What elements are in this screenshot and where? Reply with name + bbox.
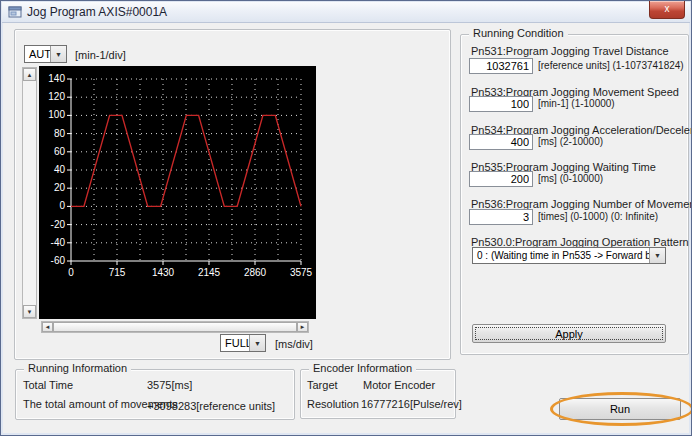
svg-text:0: 0 — [59, 200, 65, 211]
pn533-unit: [min-1] (1-10000) — [538, 98, 615, 109]
apply-button-label: Apply — [555, 328, 583, 340]
svg-text:1430: 1430 — [152, 267, 175, 278]
y-scale-combo[interactable]: AUTO ▼ — [24, 45, 67, 63]
scroll-up-button[interactable]: ▲ — [23, 68, 36, 81]
svg-text:2145: 2145 — [198, 267, 221, 278]
jog-program-dialog: Jog Program AXIS#0001A x AUTO ▼ [min-1/d… — [0, 0, 692, 436]
encoder-resolution-label: Resolution — [307, 398, 359, 410]
svg-text:-20: -20 — [51, 219, 66, 230]
pn534-unit: [ms] (2-10000) — [538, 136, 603, 147]
encoder-target-label: Target — [307, 379, 338, 391]
svg-text:715: 715 — [109, 267, 126, 278]
scroll-down-button[interactable]: ▼ — [23, 305, 36, 318]
svg-text:120: 120 — [48, 91, 65, 102]
scroll-left-button[interactable]: ◄ — [42, 322, 53, 332]
x-scale-value: FULL — [221, 335, 249, 351]
pn536-unit: [times] (0-1000) (0: Infinite) — [538, 211, 658, 222]
close-button[interactable]: x — [649, 1, 685, 19]
svg-text:0: 0 — [68, 267, 74, 278]
x-scale-combo[interactable]: FULL ▼ — [220, 334, 266, 352]
pn530-dropdown-icon[interactable]: ▼ — [649, 248, 665, 263]
svg-text:60: 60 — [54, 146, 66, 157]
pn530-pattern-value: 0 : (Waiting time in Pn535 -> Forward by… — [473, 248, 649, 263]
svg-text:100: 100 — [48, 109, 65, 120]
pn531-unit: [reference units] (1-1073741824) — [538, 60, 684, 71]
total-time-value: 3575[ms] — [147, 379, 192, 391]
pn535-input[interactable] — [469, 171, 533, 187]
running-information-title: Running Information — [24, 362, 131, 374]
pn534-input[interactable] — [469, 134, 533, 150]
chart-horizontal-scrollbar[interactable]: ◄ ► — [41, 321, 309, 333]
svg-text:-40: -40 — [51, 237, 66, 248]
pn533-input[interactable] — [469, 96, 533, 112]
scroll-left-icon: ◄ — [45, 324, 51, 330]
scroll-down-icon: ▼ — [27, 309, 33, 315]
svg-text:-60: -60 — [51, 255, 66, 266]
chart-vertical-scrollbar[interactable]: ▲ ▼ — [22, 67, 37, 319]
encoder-target-value: Motor Encoder — [363, 379, 435, 391]
total-movement-value: +3098283[reference units] — [147, 400, 275, 412]
svg-text:80: 80 — [54, 128, 66, 139]
scroll-right-icon: ► — [300, 324, 306, 330]
svg-text:40: 40 — [54, 164, 66, 175]
title-bar[interactable]: Jog Program AXIS#0001A — [2, 2, 690, 23]
x-scale-unit-label: [ms/div] — [275, 338, 313, 350]
window-title: Jog Program AXIS#0001A — [27, 5, 167, 19]
pn535-unit: [ms] (0-10000) — [538, 173, 603, 184]
svg-text:3575: 3575 — [290, 267, 313, 278]
close-icon: x — [665, 3, 670, 14]
run-button[interactable]: Run — [559, 398, 681, 420]
svg-text:20: 20 — [54, 182, 66, 193]
pn536-input[interactable] — [469, 209, 533, 225]
encoder-information-groupbox: Encoder Information — [300, 369, 456, 419]
y-scale-dropdown-icon[interactable]: ▼ — [50, 46, 66, 62]
scroll-up-icon: ▲ — [27, 72, 33, 78]
jog-pattern-chart-svg: 140120100806040200-20-40-600715143021452… — [39, 66, 316, 319]
svg-text:140: 140 — [48, 73, 65, 84]
scroll-right-button[interactable]: ► — [297, 322, 308, 332]
y-scale-unit-label: [min-1/div] — [75, 49, 126, 61]
apply-button[interactable]: Apply — [472, 324, 666, 343]
pn531-label: Pn531:Program Jogging Travel Distance — [471, 45, 669, 57]
pn531-input[interactable] — [469, 58, 533, 74]
y-scale-value: AUTO — [25, 46, 50, 62]
encoder-information-title: Encoder Information — [309, 362, 416, 374]
run-button-label: Run — [610, 403, 630, 415]
pn530-pattern-combo[interactable]: 0 : (Waiting time in Pn535 -> Forward by… — [472, 247, 666, 264]
app-icon — [8, 5, 22, 19]
running-information-groupbox: Running Information — [15, 369, 295, 420]
total-time-label: Total Time — [23, 379, 73, 391]
x-scale-dropdown-icon[interactable]: ▼ — [249, 335, 265, 351]
running-condition-groupbox: Running Condition — [460, 34, 689, 355]
encoder-resolution-value: 16777216[Pulse/rev] — [361, 398, 462, 410]
svg-text:2860: 2860 — [244, 267, 267, 278]
jog-pattern-chart: 140120100806040200-20-40-600715143021452… — [39, 66, 316, 319]
running-condition-title: Running Condition — [469, 27, 568, 39]
scroll-thumb[interactable] — [53, 322, 297, 332]
